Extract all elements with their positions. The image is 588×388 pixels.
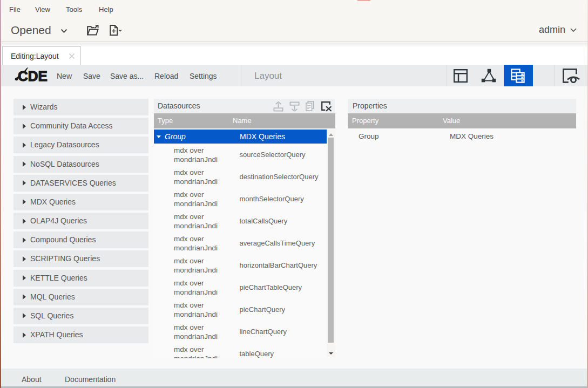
- svg-text:CDE: CDE: [18, 68, 48, 84]
